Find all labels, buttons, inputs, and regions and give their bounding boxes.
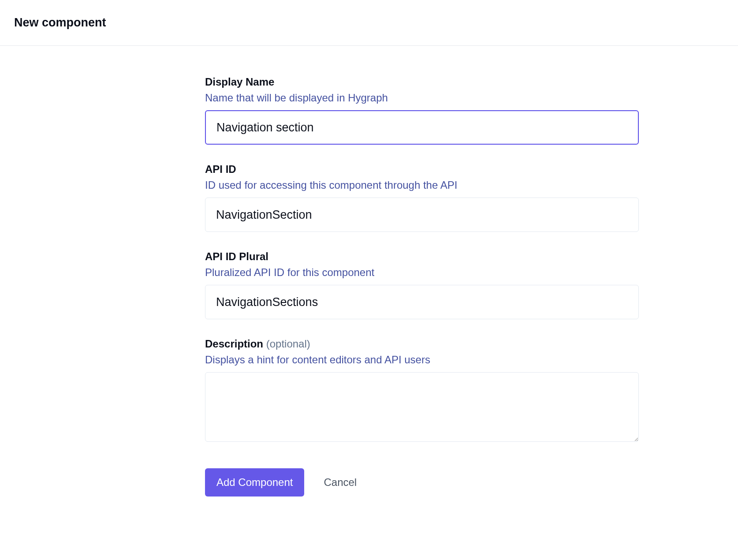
api-id-plural-label: API ID Plural [205, 250, 639, 263]
description-optional-text: (optional) [266, 338, 310, 350]
description-label-text: Description [205, 338, 263, 350]
add-component-button[interactable]: Add Component [205, 468, 304, 497]
api-id-input[interactable] [205, 198, 639, 232]
field-api-id: API ID ID used for accessing this compon… [205, 163, 639, 232]
cancel-button[interactable]: Cancel [320, 468, 360, 497]
field-description: Description (optional) Displays a hint f… [205, 338, 639, 444]
form-wrap: Display Name Name that will be displayed… [80, 46, 658, 497]
description-label: Description (optional) [205, 338, 639, 350]
form-actions: Add Component Cancel [205, 468, 639, 497]
api-id-label: API ID [205, 163, 639, 175]
api-id-plural-input[interactable] [205, 285, 639, 319]
page-title: New component [14, 16, 724, 30]
description-help: Displays a hint for content editors and … [205, 354, 639, 366]
description-textarea[interactable] [205, 372, 639, 442]
display-name-input[interactable] [205, 110, 639, 145]
display-name-help: Name that will be displayed in Hygraph [205, 92, 639, 104]
field-display-name: Display Name Name that will be displayed… [205, 76, 639, 145]
display-name-label: Display Name [205, 76, 639, 88]
api-id-plural-help: Pluralized API ID for this component [205, 266, 639, 279]
page-header: New component [0, 0, 738, 46]
form-content: Display Name Name that will be displayed… [0, 46, 738, 497]
api-id-help: ID used for accessing this component thr… [205, 179, 639, 191]
field-api-id-plural: API ID Plural Pluralized API ID for this… [205, 250, 639, 319]
